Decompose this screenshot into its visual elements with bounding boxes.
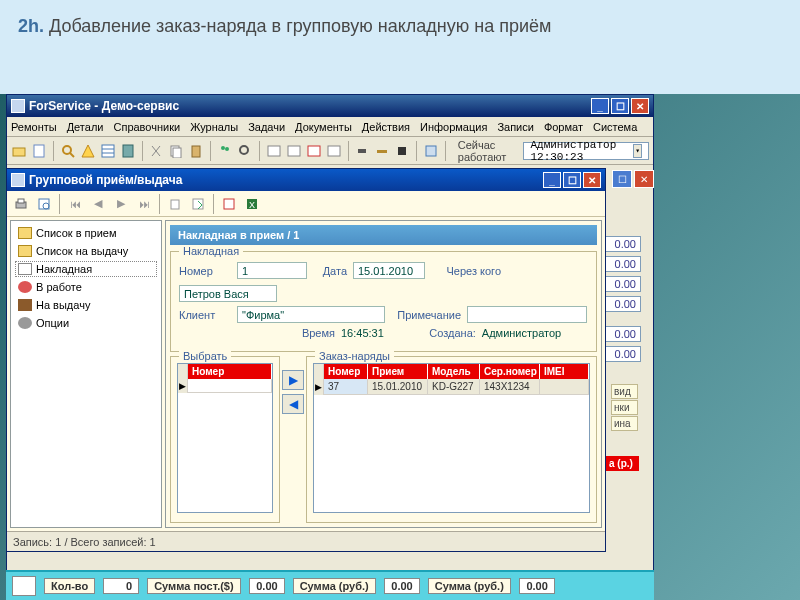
group-intake-window: Групповой приём/выдача _ ☐ ✕ ⏮ ◀ ▶ ⏭ X С… [6,168,606,552]
list1-icon[interactable] [266,141,282,161]
warning-icon[interactable] [80,141,96,161]
list2-icon[interactable] [286,141,302,161]
find-icon[interactable] [237,141,253,161]
part2-icon[interactable] [374,141,390,161]
copy-icon[interactable] [168,141,184,161]
client-field[interactable] [237,306,385,323]
menu-item[interactable]: Система [593,121,637,133]
note-icon [18,263,32,275]
date-field[interactable] [353,262,425,279]
col-number[interactable]: Номер [188,364,272,379]
people-icon[interactable] [217,141,233,161]
created-label: Создана: [390,327,476,339]
app-titlebar[interactable]: ForService - Демо-сервис _ ☐ ✕ [7,95,653,117]
excel-icon[interactable]: X [242,194,262,214]
select-group: Выбрать Номер ▶ [170,356,280,523]
svg-point-2 [63,146,71,154]
move-left-button[interactable]: ◀ [282,394,304,414]
first-icon[interactable]: ⏮ [65,194,85,214]
col-imei[interactable]: IMEI [540,364,589,379]
bg-value: 0.00 [603,346,641,362]
grid-icon[interactable] [100,141,116,161]
chevron-down-icon[interactable]: ▾ [633,144,642,158]
folder-icon [18,227,32,239]
new-icon[interactable] [31,141,47,161]
select-list[interactable]: Номер ▶ [177,363,273,513]
bg-value: 0.00 [603,296,641,312]
modal-maximize-button[interactable]: ☐ [563,172,581,188]
menu-item[interactable]: Детали [67,121,104,133]
minimize-button[interactable]: _ [591,98,609,114]
orders-table[interactable]: Номер Прием Модель Сер.номер IMEI ▶ 37 1… [313,363,590,513]
col-num[interactable]: Номер [324,364,368,379]
close-button[interactable]: ✕ [631,98,649,114]
modal-title: Групповой приём/выдача [29,173,182,187]
number-field[interactable] [237,262,307,279]
slide-header: 2h. Добавление заказ-наряда в групповую … [0,0,800,94]
print-icon[interactable] [11,194,31,214]
sum-rub2-value: 0.00 [519,578,555,594]
col-model[interactable]: Модель [428,364,480,379]
next-icon[interactable]: ▶ [111,194,131,214]
svg-point-14 [221,146,225,150]
list3-icon[interactable] [306,141,322,161]
modal-minimize-button[interactable]: _ [543,172,561,188]
bg-restore-button[interactable]: ☐ [612,170,632,188]
note-field[interactable] [467,306,587,323]
svg-rect-23 [398,147,406,155]
menu-item[interactable]: Информация [420,121,487,133]
bottom-icon[interactable] [12,576,36,596]
modal-titlebar[interactable]: Групповой приём/выдача _ ☐ ✕ [7,169,605,191]
menu-item[interactable]: Справочники [113,121,180,133]
prev-icon[interactable]: ◀ [88,194,108,214]
time-label: Время [179,327,335,339]
preview-icon[interactable] [34,194,54,214]
tree-item-inwork[interactable]: В работе [15,279,157,295]
menu-item[interactable]: Ремонты [11,121,57,133]
modal-close-button[interactable]: ✕ [583,172,601,188]
menu-item[interactable]: Формат [544,121,583,133]
slide-number: 2h. [18,16,44,36]
svg-rect-19 [308,146,320,156]
list4-icon[interactable] [326,141,342,161]
via-field[interactable] [179,285,277,302]
move-right-button[interactable]: ▶ [282,370,304,390]
menu-item[interactable]: Журналы [190,121,238,133]
menu-item[interactable]: Действия [362,121,410,133]
menu-item[interactable]: Документы [295,121,352,133]
chip-icon[interactable] [394,141,410,161]
copy2-icon[interactable] [165,194,185,214]
nav-tree: Список в прием Список на выдачу Накладна… [10,220,162,528]
menu-item[interactable]: Записи [497,121,534,133]
tree-item-outgoing[interactable]: На выдачу [15,297,157,313]
search-icon[interactable] [60,141,76,161]
form-icon[interactable] [423,141,439,161]
date-label: Дата [313,265,347,277]
tree-item-intake-list[interactable]: Список в прием [15,225,157,241]
number-label: Номер [179,265,231,277]
invoice-group-title: Накладная [179,245,243,257]
table-row[interactable]: ▶ 37 15.01.2010 KD-G227 143X1234 [314,379,589,395]
last-icon[interactable]: ⏭ [134,194,154,214]
paste-icon[interactable] [188,141,204,161]
cell-serial: 143X1234 [480,379,540,395]
tree-item-options[interactable]: Опции [15,315,157,331]
svg-marker-4 [82,145,94,157]
export-icon[interactable] [188,194,208,214]
svg-rect-29 [171,200,179,209]
xml-icon[interactable] [219,194,239,214]
col-serial[interactable]: Сер.номер [480,364,540,379]
calc-icon[interactable] [120,141,136,161]
working-field[interactable]: Администратор 12:30:23 ▾ [523,142,649,160]
tree-item-invoice[interactable]: Накладная [15,261,157,277]
menu-item[interactable]: Задачи [248,121,285,133]
cut-icon[interactable] [148,141,164,161]
part-icon[interactable] [354,141,370,161]
tree-item-output-list[interactable]: Список на выдачу [15,243,157,259]
bg-label: ина [611,416,638,431]
svg-rect-18 [288,146,300,156]
maximize-button[interactable]: ☐ [611,98,629,114]
open-icon[interactable] [11,141,27,161]
bg-close-button[interactable]: ✕ [634,170,654,188]
col-date[interactable]: Прием [368,364,428,379]
